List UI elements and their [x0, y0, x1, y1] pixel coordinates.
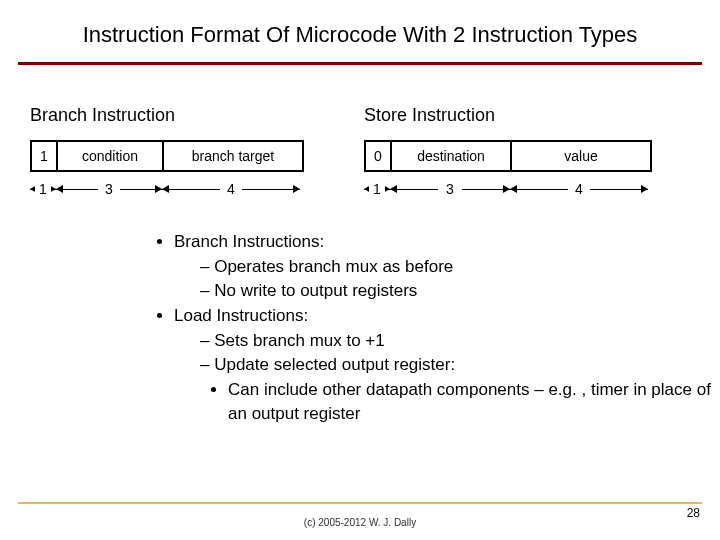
branch-condition-field: condition [58, 142, 164, 170]
branch-opcode-field: 1 [32, 142, 58, 170]
store-opcode-width: 1 [364, 178, 390, 200]
instruction-diagrams: Branch Instruction 1 condition branch ta… [0, 65, 720, 200]
branch-condition-width: 3 [56, 178, 162, 200]
store-value-field: value [512, 142, 650, 170]
copyright: (c) 2005-2012 W. J. Dally [0, 517, 720, 528]
bullet-load-2: Update selected output register: Can inc… [200, 353, 720, 427]
page-number: 28 [687, 506, 700, 520]
store-destination-field: destination [392, 142, 512, 170]
branch-title: Branch Instruction [30, 105, 304, 126]
store-value-width: 4 [510, 178, 648, 200]
store-destination-width: 3 [390, 178, 510, 200]
branch-opcode-width: 1 [30, 178, 56, 200]
store-field-row: 0 destination value [364, 140, 652, 172]
bullet-load-2a: Can include other datapath components – … [228, 378, 720, 427]
store-instruction-block: Store Instruction 0 destination value 1 … [364, 105, 652, 200]
store-title: Store Instruction [364, 105, 652, 126]
branch-width-row: 1 3 4 [30, 178, 304, 200]
bullet-branch-2: No write to output registers [200, 279, 720, 304]
footer-rule [18, 502, 702, 504]
branch-field-row: 1 condition branch target [30, 140, 304, 172]
bullet-load-1: Sets branch mux to +1 [200, 329, 720, 354]
branch-target-field: branch target [164, 142, 302, 170]
bullet-load: Load Instructions: Sets branch mux to +1… [174, 304, 720, 427]
branch-instruction-block: Branch Instruction 1 condition branch ta… [30, 105, 304, 200]
bullet-branch: Branch Instructions: Operates branch mux… [174, 230, 720, 304]
bullet-branch-1: Operates branch mux as before [200, 255, 720, 280]
page-title: Instruction Format Of Microcode With 2 I… [0, 0, 720, 58]
store-width-row: 1 3 4 [364, 178, 652, 200]
store-opcode-field: 0 [366, 142, 392, 170]
description-bullets: Branch Instructions: Operates branch mux… [0, 200, 720, 427]
branch-target-width: 4 [162, 178, 300, 200]
